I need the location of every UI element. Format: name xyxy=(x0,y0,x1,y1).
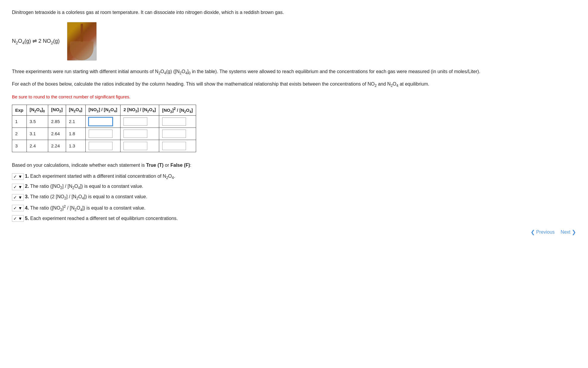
nav-block: ❮ Previous Next ❯ xyxy=(12,229,576,235)
input-ratio1-2[interactable] xyxy=(89,130,112,138)
table-row: 2 3.1 2.64 1.8 xyxy=(12,128,196,140)
data-table: Exp [N2O4]0 [NO2] [N2O4] [NO2] / [N2O4] … xyxy=(12,105,196,152)
intro-paragraph: Dinitrogen tetraoxide is a colorless gas… xyxy=(12,9,576,16)
next-button[interactable]: Next ❯ xyxy=(561,229,576,235)
cell-n2o4-init-3: 2.4 xyxy=(26,140,48,152)
statement-dropdown-4[interactable]: ✓ ▼ xyxy=(12,205,24,211)
col-header-ratio2: 2 [NO2] / [N2O4] xyxy=(120,105,159,115)
table-row: 3 2.4 2.24 1.3 xyxy=(12,140,196,152)
col-header-n2o4: [N2O4] xyxy=(66,105,85,115)
bold-true: True (T) xyxy=(146,163,164,168)
cell-n2o4-init-1: 3.5 xyxy=(26,115,48,128)
input-ratio2-3[interactable] xyxy=(123,142,147,150)
statement-text-1: 1. Each experiment started with a differ… xyxy=(25,172,175,181)
cell-exp-1: 1 xyxy=(12,115,27,128)
statement-row-5: ✓ ▼ 5. Each experiment reached a differe… xyxy=(12,214,576,223)
col-header-ratio1: [NO2] / [N2O4] xyxy=(85,105,120,115)
chevron-right-icon: ❯ xyxy=(572,229,576,235)
cell-ratio3-3[interactable] xyxy=(159,140,196,152)
statements-intro: Based on your calculations, indicate whe… xyxy=(12,161,576,170)
cell-ratio3-2[interactable] xyxy=(159,128,196,140)
previous-label: Previous xyxy=(536,229,555,235)
statement-row-4: ✓ ▼ 4. The ratio ([NO2]2 / [N2O4]) is eq… xyxy=(12,203,576,213)
cell-ratio2-1[interactable] xyxy=(120,115,159,128)
description-block: Three experiments were run starting with… xyxy=(12,68,576,89)
cell-ratio2-3[interactable] xyxy=(120,140,159,152)
table-row: 1 3.5 2.85 2.1 xyxy=(12,115,196,128)
statement-text-5: 5. Each experiment reached a different s… xyxy=(25,214,178,223)
col-header-ratio3: [NO2]2 / [N2O4] xyxy=(159,105,196,115)
warning-text: Be sure to round to the correct number o… xyxy=(12,94,576,99)
cell-no2-1: 2.85 xyxy=(48,115,66,128)
cell-n2o4-3: 1.3 xyxy=(66,140,85,152)
cell-exp-2: 2 xyxy=(12,128,27,140)
statement-dropdown-3[interactable]: ✓ ▼ xyxy=(12,194,24,201)
cell-ratio1-2[interactable] xyxy=(85,128,120,140)
statements-block: Based on your calculations, indicate whe… xyxy=(12,161,576,223)
cell-ratio1-1[interactable] xyxy=(85,115,120,128)
bold-false: False (F) xyxy=(171,163,190,168)
statement-text-4: 4. The ratio ([NO2]2 / [N2O4]) is equal … xyxy=(25,203,146,213)
next-label: Next xyxy=(561,229,570,235)
cell-no2-3: 2.24 xyxy=(48,140,66,152)
reaction-formula: N2O4(g) ⇌ 2 NO2(g) xyxy=(12,38,60,45)
input-ratio1-3[interactable] xyxy=(89,142,112,150)
previous-button[interactable]: ❮ Previous xyxy=(531,229,555,235)
input-ratio3-3[interactable] xyxy=(162,142,186,150)
reaction-image xyxy=(67,22,97,61)
input-ratio1-1[interactable] xyxy=(89,117,112,126)
cell-n2o4-init-2: 3.1 xyxy=(26,128,48,140)
cell-ratio3-1[interactable] xyxy=(159,115,196,128)
input-ratio3-1[interactable] xyxy=(162,117,186,126)
statement-row-1: ✓ ▼ 1. Each experiment started with a di… xyxy=(12,172,576,181)
statement-text-2: 2. The ratio ([NO2] / [N2O4]) is equal t… xyxy=(25,182,143,191)
input-ratio2-2[interactable] xyxy=(123,130,147,138)
cell-ratio2-2[interactable] xyxy=(120,128,159,140)
input-ratio3-2[interactable] xyxy=(162,130,186,138)
cell-no2-2: 2.64 xyxy=(48,128,66,140)
input-ratio2-1[interactable] xyxy=(123,117,147,126)
cell-ratio1-3[interactable] xyxy=(85,140,120,152)
col-header-n2o4-init: [N2O4]0 xyxy=(26,105,48,115)
cell-exp-3: 3 xyxy=(12,140,27,152)
cell-n2o4-2: 1.8 xyxy=(66,128,85,140)
statement-dropdown-2[interactable]: ✓ ▼ xyxy=(12,184,24,190)
col-header-exp: Exp xyxy=(12,105,27,115)
statement-row-3: ✓ ▼ 3. The ratio (2 [NO2] / [N2O4]) is e… xyxy=(12,193,576,202)
description-para1: Three experiments were run starting with… xyxy=(12,68,576,76)
statement-row-2: ✓ ▼ 2. The ratio ([NO2] / [N2O4]) is equ… xyxy=(12,182,576,191)
cell-n2o4-1: 2.1 xyxy=(66,115,85,128)
statement-dropdown-5[interactable]: ✓ ▼ xyxy=(12,215,24,222)
description-para2: For each of the boxes below, calculate t… xyxy=(12,80,576,89)
reaction-block: N2O4(g) ⇌ 2 NO2(g) xyxy=(12,22,576,61)
chevron-left-icon: ❮ xyxy=(531,229,535,235)
col-header-no2: [NO2] xyxy=(48,105,66,115)
statement-text-3: 3. The ratio (2 [NO2] / [N2O4]) is equal… xyxy=(25,193,147,202)
statement-dropdown-1[interactable]: ✓ ▼ xyxy=(12,173,24,180)
